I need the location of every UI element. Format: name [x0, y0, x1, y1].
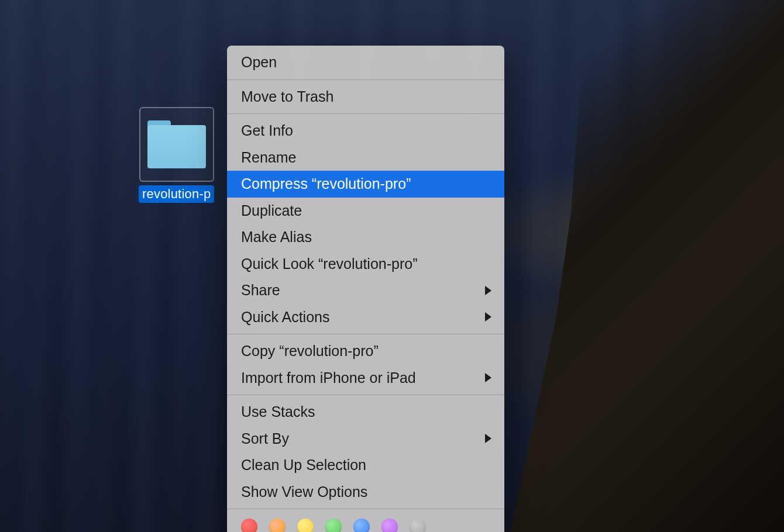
menu-compress-label: Compress “revolution-pro” [241, 173, 411, 195]
submenu-arrow-icon [485, 286, 491, 295]
menu-quick-look-label: Quick Look “revolution-pro” [241, 253, 418, 275]
submenu-arrow-icon [485, 373, 491, 382]
menu-open[interactable]: Open [227, 49, 504, 76]
menu-separator [227, 395, 504, 395]
menu-sort-by[interactable]: Sort By [227, 426, 504, 452]
menu-clean-up[interactable]: Clean Up Selection [227, 452, 504, 479]
menu-use-stacks[interactable]: Use Stacks [227, 399, 504, 426]
menu-separator [227, 509, 504, 509]
menu-duplicate-label: Duplicate [241, 200, 302, 222]
menu-import[interactable]: Import from iPhone or iPad [227, 365, 504, 392]
menu-use-stacks-label: Use Stacks [241, 401, 315, 423]
menu-move-to-trash[interactable]: Move to Trash [227, 84, 504, 110]
menu-quick-actions-label: Quick Actions [241, 306, 329, 329]
tag-orange[interactable] [269, 519, 286, 532]
menu-share-label: Share [241, 279, 280, 302]
menu-copy-label: Copy “revolution-pro” [241, 340, 379, 362]
menu-get-info-label: Get Info [241, 120, 293, 142]
menu-share[interactable]: Share [227, 277, 504, 304]
menu-make-alias[interactable]: Make Alias [227, 224, 504, 251]
folder-icon-container [139, 107, 214, 182]
tag-purple[interactable] [381, 519, 398, 532]
menu-compress[interactable]: Compress “revolution-pro” [227, 171, 504, 198]
menu-rename-label: Rename [241, 147, 297, 169]
menu-separator [227, 334, 504, 334]
folder-icon [147, 120, 206, 168]
tag-colors-row [241, 519, 490, 532]
menu-duplicate[interactable]: Duplicate [227, 198, 504, 224]
submenu-arrow-icon [485, 312, 491, 322]
tag-blue[interactable] [353, 519, 370, 532]
tag-yellow[interactable] [297, 519, 314, 532]
folder-label[interactable]: revolution-p [139, 185, 214, 203]
menu-move-to-trash-label: Move to Trash [241, 86, 333, 108]
tag-green[interactable] [325, 519, 342, 532]
tag-red[interactable] [241, 519, 257, 532]
menu-quick-look[interactable]: Quick Look “revolution-pro” [227, 251, 504, 278]
menu-copy[interactable]: Copy “revolution-pro” [227, 338, 504, 365]
menu-view-options-label: Show View Options [241, 481, 367, 503]
submenu-arrow-icon [485, 434, 491, 443]
desktop-folder[interactable]: revolution-p [139, 107, 214, 203]
menu-separator [227, 113, 504, 114]
context-menu[interactable]: OpenMove to TrashGet InfoRenameCompress … [227, 46, 504, 532]
menu-view-options[interactable]: Show View Options [227, 479, 504, 506]
menu-separator [227, 80, 504, 80]
menu-sort-by-label: Sort By [241, 428, 289, 450]
menu-clean-up-label: Clean Up Selection [241, 454, 366, 476]
menu-make-alias-label: Make Alias [241, 226, 312, 248]
folder-body [147, 125, 206, 168]
menu-quick-actions[interactable]: Quick Actions [227, 304, 504, 331]
menu-get-info[interactable]: Get Info [227, 118, 504, 144]
tag-gray[interactable] [410, 519, 426, 532]
menu-open-label: Open [241, 51, 277, 74]
tags-section: Tags… [227, 513, 504, 532]
menu-import-label: Import from iPhone or iPad [241, 367, 416, 389]
menu-rename[interactable]: Rename [227, 144, 504, 171]
